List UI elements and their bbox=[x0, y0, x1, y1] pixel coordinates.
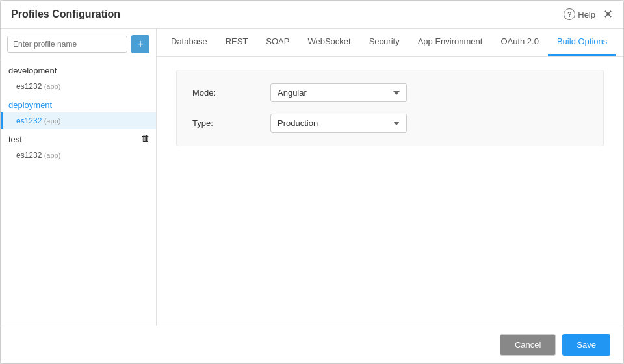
sidebar-input-row: + bbox=[1, 29, 156, 60]
tabs-bar: Database REST SOAP WebSocket Security Ap… bbox=[157, 29, 623, 57]
app-tag: (app) bbox=[44, 151, 61, 159]
help-icon: ? bbox=[564, 8, 575, 20]
cancel-button[interactable]: Cancel bbox=[500, 334, 556, 356]
type-label: Type: bbox=[192, 118, 270, 128]
mode-select[interactable]: Angular React Vue bbox=[270, 83, 407, 102]
tab-oauth2[interactable]: OAuth 2.0 bbox=[491, 29, 548, 56]
right-panel: Database REST SOAP WebSocket Security Ap… bbox=[157, 29, 623, 326]
profile-item-test-es1232[interactable]: es1232 (app) bbox=[1, 147, 156, 164]
group-row-test: test 🗑 bbox=[1, 129, 156, 147]
main-content: + development es1232 (app) deployment bbox=[1, 29, 623, 326]
type-select[interactable]: Production Development Test bbox=[270, 114, 407, 133]
profile-item-label: es1232 (app) bbox=[16, 116, 60, 125]
app-tag: (app) bbox=[44, 83, 61, 90]
dialog-footer: Cancel Save bbox=[1, 326, 623, 363]
add-profile-button[interactable]: + bbox=[131, 35, 150, 53]
sidebar-list: development es1232 (app) deployment es12… bbox=[1, 60, 156, 326]
group-test: test 🗑 es1232 (app) bbox=[1, 129, 156, 164]
group-row-deployment: deployment bbox=[1, 95, 156, 112]
profiles-configuration-dialog: Profiles Configuration ? Help ✕ + develo… bbox=[0, 0, 624, 364]
group-row-development: development bbox=[1, 60, 156, 78]
title-bar-left: Profiles Configuration bbox=[11, 8, 120, 20]
help-button[interactable]: ? Help bbox=[564, 8, 595, 20]
profile-item-label: es1232 (app) bbox=[16, 151, 60, 160]
group-label-development: development bbox=[1, 60, 64, 78]
tab-soap[interactable]: SOAP bbox=[257, 29, 298, 56]
sidebar: + development es1232 (app) deployment bbox=[1, 29, 157, 326]
type-row: Type: Production Development Test bbox=[192, 114, 588, 133]
group-deployment: deployment es1232 (app) bbox=[1, 95, 156, 129]
title-bar-right: ? Help ✕ bbox=[564, 8, 613, 20]
profile-name-input[interactable] bbox=[7, 36, 127, 53]
help-label: Help bbox=[578, 10, 595, 20]
mode-row: Mode: Angular React Vue bbox=[192, 83, 588, 102]
title-bar: Profiles Configuration ? Help ✕ bbox=[1, 1, 623, 29]
profile-item-dep-es1232[interactable]: es1232 (app) bbox=[1, 112, 156, 129]
app-tag: (app) bbox=[44, 117, 61, 125]
profile-item-label: es1232 (app) bbox=[16, 82, 60, 91]
dialog-title: Profiles Configuration bbox=[11, 8, 120, 20]
tab-security[interactable]: Security bbox=[360, 29, 409, 56]
tab-content-build-options: Mode: Angular React Vue Type: Production… bbox=[157, 57, 623, 326]
delete-group-icon[interactable]: 🗑 bbox=[141, 133, 150, 143]
close-button[interactable]: ✕ bbox=[603, 8, 613, 20]
build-options-form: Mode: Angular React Vue Type: Production… bbox=[176, 70, 604, 146]
tab-websocket[interactable]: WebSocket bbox=[298, 29, 359, 56]
profile-item-dev-es1232[interactable]: es1232 (app) bbox=[1, 78, 156, 95]
group-development: development es1232 (app) bbox=[1, 60, 156, 95]
tab-database[interactable]: Database bbox=[162, 29, 216, 56]
tab-app-environment[interactable]: App Environment bbox=[409, 29, 492, 56]
tab-build-options[interactable]: Build Options bbox=[548, 29, 616, 56]
group-label-deployment[interactable]: deployment bbox=[1, 95, 60, 112]
group-label-test: test bbox=[1, 129, 30, 147]
save-button[interactable]: Save bbox=[562, 334, 610, 356]
mode-label: Mode: bbox=[192, 88, 270, 98]
tab-rest[interactable]: REST bbox=[216, 29, 257, 56]
